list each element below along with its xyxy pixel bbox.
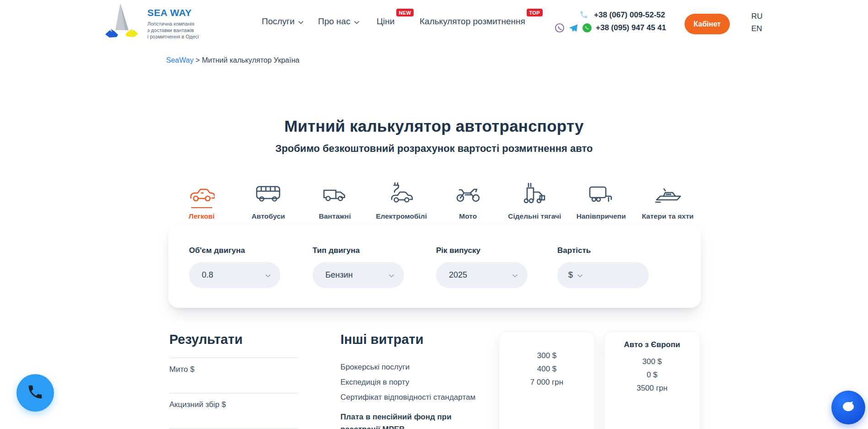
tab-trucks[interactable]: Вантажні (302, 181, 368, 220)
logo-title: SEA WAY (147, 7, 199, 18)
lang-ru[interactable]: RU (751, 10, 763, 22)
top-badge: TOP (527, 9, 543, 16)
engine-volume-select[interactable]: 0.8 (189, 262, 280, 288)
chevron-down-icon (354, 16, 359, 27)
breadcrumb-current: Митний калькулятор Україна (202, 56, 299, 64)
chevron-down-icon (512, 270, 518, 280)
other-cost-item: Експедиція в порту (340, 375, 475, 390)
logo[interactable]: SEA WAY Логістична компанія з доставки в… (103, 2, 199, 40)
price-value: 3500 грн (604, 381, 700, 395)
phone-number-1[interactable]: +38 (067) 009-52-52 (594, 11, 665, 20)
active-tab-underline (191, 207, 212, 208)
price-card-europe-title: Авто з Європи (604, 340, 700, 349)
tab-electric-cars[interactable]: Електромобілі (368, 181, 435, 220)
bus-icon (255, 181, 281, 204)
tab-moto[interactable]: Мото (435, 181, 501, 220)
tab-semi-trailers[interactable]: Напівпричепи (568, 181, 635, 220)
price-value: 0 $ (604, 368, 700, 381)
breadcrumb-separator: > (195, 56, 199, 64)
floating-chat-button[interactable] (831, 391, 865, 424)
new-badge: NEW (396, 9, 414, 16)
engine-type-select[interactable]: Бензин (313, 262, 404, 288)
logo-tagline: Логістична компанія з доставки вантажів … (147, 21, 199, 40)
semi-truck-icon (522, 181, 547, 204)
price-value: 300 $ (604, 355, 700, 368)
vehicle-type-tabs: Легкові Автобуси (168, 181, 701, 220)
telegram-icon[interactable] (568, 23, 578, 33)
calculator-card: Об'єм двигуна 0.8 Тип двигуна Бензин Рік… (168, 224, 701, 308)
chevron-down-icon (265, 270, 270, 280)
price-card-europe: Авто з Європи 300 $ 0 $ 3500 грн (604, 331, 700, 429)
nav-item-prices[interactable]: Ціни NEW (377, 16, 394, 27)
nav-item-services[interactable]: Послуги (262, 16, 303, 27)
engine-volume-label: Об'єм двигуна (189, 246, 280, 255)
results-list: Мито $ Акцизний збір $ (169, 358, 298, 429)
cost-label: Вартість (557, 246, 649, 255)
trailer-icon (588, 181, 614, 204)
boat-logo-icon (103, 2, 140, 40)
results-title: Результати (169, 332, 243, 347)
pension-fund-item: Плата в пенсійний фонд при реєстрації МР… (340, 411, 457, 429)
cabinet-button[interactable]: Кабінет (685, 14, 730, 34)
chat-bubble-icon (841, 399, 856, 416)
tab-boats-yachts[interactable]: Катери та яхти (635, 181, 701, 220)
phone-icon (27, 383, 44, 402)
car-icon (189, 181, 215, 204)
engine-type-field: Тип двигуна Бензин (313, 246, 404, 288)
price-value: 400 $ (499, 362, 594, 375)
viber-icon[interactable] (555, 23, 565, 33)
language-switcher: RU EN (751, 10, 763, 35)
cost-field: Вартість $ (557, 246, 649, 288)
floating-phone-button[interactable] (16, 374, 54, 412)
nav-item-customs-calculator[interactable]: Калькулятор розмитнення TOP (420, 16, 525, 27)
result-row-divider (169, 428, 298, 429)
engine-type-label: Тип двигуна (313, 246, 404, 255)
result-row-excise: Акцизний збір $ (169, 393, 298, 428)
page-title: Митний калькулятор автотранспорту (0, 117, 868, 135)
breadcrumb: SeaWay > Митний калькулятор Україна (166, 56, 299, 64)
lang-en[interactable]: EN (751, 22, 763, 35)
electric-car-icon (388, 181, 414, 204)
year-field: Рік випуску 2025 (436, 246, 528, 288)
chevron-down-icon (389, 270, 394, 280)
price-value: 300 $ (499, 349, 594, 362)
phone-number-2[interactable]: +38 (095) 947 45 41 (596, 23, 666, 32)
year-select[interactable]: 2025 (436, 262, 528, 288)
other-cost-item: Сертифікат відповідності стандартам (340, 390, 475, 405)
breadcrumb-home-link[interactable]: SeaWay (166, 56, 194, 64)
truck-icon (322, 181, 348, 204)
nav-item-about[interactable]: Про нас (318, 16, 359, 27)
whatsapp-icon[interactable] (582, 23, 592, 33)
page: SEA WAY Логістична компанія з доставки в… (0, 0, 868, 429)
tab-cars[interactable]: Легкові (168, 181, 235, 220)
result-row-duty: Мито $ (169, 358, 298, 393)
chevron-down-icon (298, 16, 303, 27)
phone-icon (579, 10, 589, 20)
engine-volume-field: Об'єм двигуна 0.8 (189, 246, 280, 288)
price-value: 7 000 грн (499, 375, 594, 389)
phone-row-1: +38 (067) 009-52-52 (579, 10, 665, 20)
other-costs-title: Інші витрати (340, 332, 424, 347)
yacht-icon (654, 181, 681, 204)
chevron-down-icon (577, 270, 582, 280)
tab-buses[interactable]: Автобуси (235, 181, 302, 220)
phone-row-2: +38 (095) 947 45 41 (555, 23, 666, 33)
tab-semi-trucks[interactable]: Сідельні тягачі (501, 181, 568, 220)
motorcycle-icon (455, 181, 481, 204)
header: SEA WAY Логістична компанія з доставки в… (0, 0, 868, 48)
year-label: Рік випуску (436, 246, 528, 255)
page-subtitle: Зробимо безкоштовний розрахунок вартості… (0, 143, 868, 155)
other-costs-list: Брокерські послуги Експедиція в порту Се… (340, 359, 475, 429)
other-cost-item: Брокерські послуги (340, 359, 475, 375)
price-card-costs: 300 $ 400 $ 7 000 грн (499, 331, 595, 429)
cost-currency-select[interactable]: $ (557, 262, 649, 288)
